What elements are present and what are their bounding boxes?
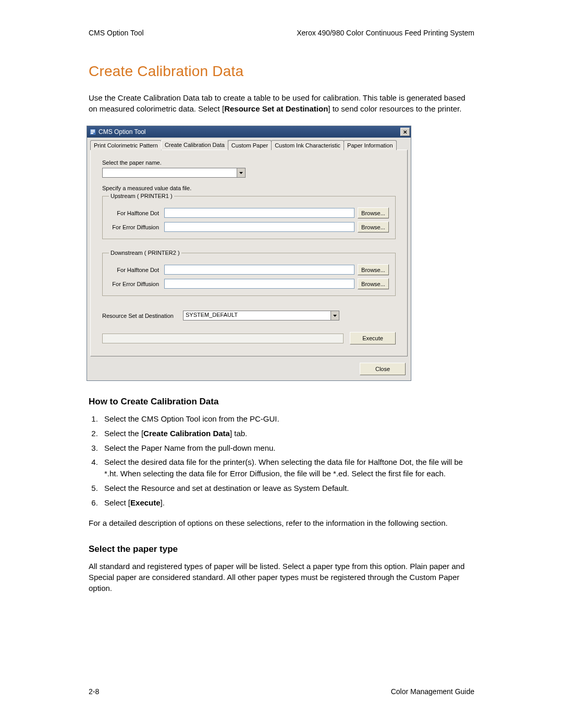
select-paper-body: All standard and registered types of pap… [89,561,474,594]
titlebar: CMS Option Tool ✕ [87,126,411,138]
resource-set-label: Resource Set at Destination [102,313,174,319]
cms-option-tool-dialog: CMS Option Tool ✕ Print Colorimetric Pat… [87,126,411,381]
d-errordiff-browse-button[interactable]: Browse... [358,278,389,289]
status-field [102,334,344,343]
u-errordiff-input[interactable] [164,222,354,232]
execute-button[interactable]: Execute [350,332,396,344]
dialog-title: CMS Option Tool [99,128,146,135]
d-errordiff-label: For Error Diffusion [109,281,161,287]
d-errordiff-input[interactable] [164,279,354,289]
app-icon [89,128,96,135]
tab-paper-information[interactable]: Paper Information [344,140,396,150]
page-number: 2-8 [89,687,99,696]
list-item: Select the Resource and set at destinati… [100,483,474,494]
u-halftone-browse-button[interactable]: Browse... [358,207,389,218]
tabs-row: Print Colorimetric Pattern Create Calibr… [87,138,411,150]
tab-custom-paper[interactable]: Custom Paper [228,140,272,150]
d-halftone-input[interactable] [164,265,354,275]
close-button[interactable]: Close [360,363,406,375]
d-halftone-browse-button[interactable]: Browse... [358,264,389,275]
downstream-legend: Downstream ( PRINTER2 ) [109,250,181,256]
u-halftone-label: For Halftone Dot [109,210,161,216]
tab-panel: Select the paper name. Specify a measure… [90,150,408,356]
list-item: Select the CMS Option Tool icon from the… [100,413,474,425]
svg-marker-4 [239,172,243,174]
upstream-group: Upstream ( PRINTER1 ) For Halftone Dot B… [102,193,396,239]
tab-print-colorimetric-pattern[interactable]: Print Colorimetric Pattern [90,140,162,150]
intro-paragraph: Use the Create Calibration Data tab to c… [89,92,474,114]
d-halftone-label: For Halftone Dot [109,267,161,273]
tab-create-calibration-data[interactable]: Create Calibration Data [161,140,228,150]
svg-rect-3 [91,133,93,134]
chevron-down-icon [331,311,339,320]
footer-title: Color Management Guide [391,687,474,696]
list-item: Select the desired data file for the pri… [100,456,474,479]
u-errordiff-browse-button[interactable]: Browse... [358,221,389,232]
after-steps-text: For a detailed description of options on… [89,517,474,528]
svg-marker-5 [333,315,337,317]
upstream-legend: Upstream ( PRINTER1 ) [109,193,174,199]
close-icon[interactable]: ✕ [400,128,410,136]
svg-rect-1 [91,130,95,131]
doc-header-left: CMS Option Tool [89,29,144,37]
downstream-group: Downstream ( PRINTER2 ) For Halftone Dot… [102,250,396,296]
u-errordiff-label: For Error Diffusion [109,224,161,230]
steps-list: Select the CMS Option Tool icon from the… [89,413,474,508]
page-title: Create Calibration Data [89,63,474,80]
select-paper-label: Select the paper name. [102,159,396,166]
list-item: Select the [Create Calibration Data] tab… [100,428,474,439]
svg-rect-2 [91,131,95,132]
howto-heading: How to Create Calibration Data [89,397,474,407]
specify-file-label: Specify a measured value data file. [102,185,396,191]
tab-custom-ink-characteristic[interactable]: Custom Ink Characteristic [271,140,344,150]
select-paper-heading: Select the paper type [89,544,474,554]
doc-header-right: Xerox 490/980 Color Continuous Feed Prin… [297,29,474,37]
resource-set-dropdown[interactable]: SYSTEM_DEFAULT [183,311,339,320]
list-item: Select the Paper Name from the pull-down… [100,442,474,454]
chevron-down-icon [237,168,245,177]
list-item: Select [Execute]. [100,497,474,509]
paper-name-dropdown[interactable] [102,168,246,178]
u-halftone-input[interactable] [164,208,354,218]
